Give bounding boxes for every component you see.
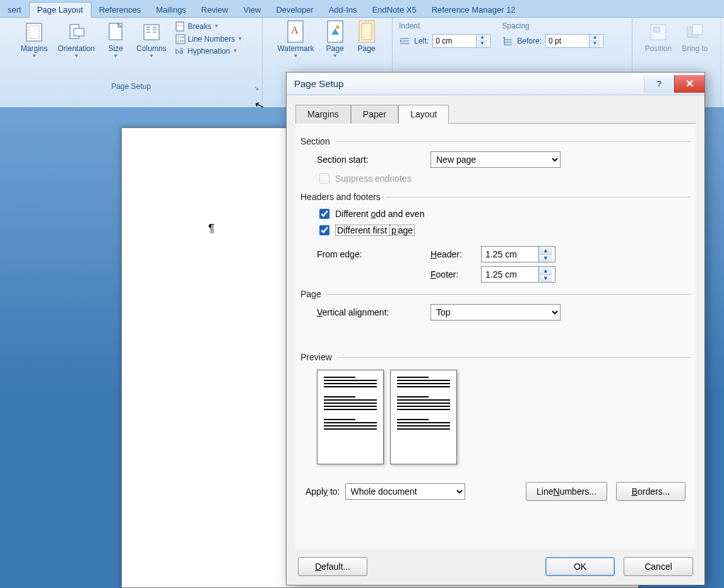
- columns-button[interactable]: Columns ▼: [133, 20, 170, 59]
- different-first-page-checkbox[interactable]: Different first page: [317, 223, 691, 237]
- spacing-before-spin[interactable]: ▲▼: [545, 34, 603, 48]
- header-distance-input[interactable]: [482, 247, 538, 262]
- orientation-button[interactable]: Orientation ▼: [54, 20, 99, 59]
- borders-button[interactable]: Borders...: [616, 482, 685, 501]
- from-edge-spacer: [317, 269, 424, 279]
- svg-rect-5: [144, 25, 159, 40]
- footer-distance-spin[interactable]: ▲▼: [481, 266, 555, 283]
- indent-left-spin[interactable]: ▲▼: [432, 34, 490, 48]
- suppress-endnotes-label: Suppress endnotes: [335, 173, 412, 184]
- dialog-title: Page Setup: [294, 78, 343, 89]
- line-numbers-icon: 12: [175, 34, 186, 44]
- spacing-before-label: Before:: [517, 37, 542, 45]
- header-dist-label: Header:: [430, 249, 475, 259]
- spin-down-icon[interactable]: ▼: [539, 255, 552, 262]
- preview-page-left: [317, 370, 384, 464]
- position-label: Position: [644, 44, 672, 53]
- breaks-label: Breaks: [188, 22, 211, 31]
- tab-page-layout[interactable]: Page Layout: [29, 2, 92, 18]
- svg-text:2: 2: [177, 39, 179, 43]
- different-odd-even-checkbox[interactable]: Different odd and even: [317, 207, 691, 221]
- preview-heading: Preview: [300, 352, 691, 362]
- dropdown-icon: ▼: [294, 54, 299, 58]
- tab-mailings[interactable]: Mailings: [148, 3, 194, 17]
- page-color-button[interactable]: Page ▼: [321, 20, 350, 59]
- tab-review[interactable]: Review: [194, 3, 236, 17]
- ribbon-tabstrip: sert Page Layout References Mailings Rev…: [0, 0, 724, 18]
- ok-button[interactable]: OK: [545, 557, 615, 576]
- spin-down-icon[interactable]: ▼: [539, 275, 552, 283]
- paragraph-mark: ¶: [208, 222, 215, 235]
- dialog-tabs: Margins Paper Layout: [287, 95, 704, 123]
- headers-footers-heading: Headers and footers: [300, 192, 691, 202]
- cancel-button[interactable]: Cancel: [624, 557, 693, 576]
- indent-left-input[interactable]: [433, 37, 476, 45]
- margins-icon: [23, 21, 45, 43]
- dialog-help-button[interactable]: ?: [644, 75, 674, 93]
- spin-up-icon[interactable]: ▲: [539, 267, 552, 275]
- indent-heading: Indent: [399, 21, 490, 30]
- page-color-icon: [324, 21, 346, 43]
- spin-up-icon[interactable]: ▲: [539, 247, 552, 255]
- different-odd-even-input[interactable]: [319, 209, 329, 219]
- columns-label: Columns: [136, 44, 166, 53]
- tab-reference-manager[interactable]: Reference Manager 12: [424, 3, 523, 17]
- orientation-icon: [66, 21, 87, 43]
- page-borders-button[interactable]: Page: [352, 20, 381, 54]
- dropdown-icon: ▼: [149, 54, 154, 58]
- hyphenation-icon: bȃ-: [175, 47, 185, 56]
- margins-button[interactable]: Margins ▼: [17, 20, 52, 59]
- size-button[interactable]: Size ▼: [101, 20, 130, 59]
- preview-area: [317, 370, 691, 464]
- position-button[interactable]: Position: [641, 20, 675, 54]
- spin-down-icon[interactable]: ▼: [477, 41, 487, 47]
- dropdown-icon: ▼: [237, 37, 242, 41]
- spacing-heading: Spacing: [502, 21, 603, 30]
- section-start-combo[interactable]: New page: [430, 151, 561, 168]
- tab-view[interactable]: View: [235, 3, 268, 17]
- page-heading: Page: [300, 289, 691, 299]
- dropdown-icon: ▼: [333, 54, 338, 58]
- dialog-tab-layout[interactable]: Layout: [398, 105, 449, 124]
- watermark-label: Watermark: [277, 44, 314, 53]
- dialog-close-button[interactable]: ✕: [674, 75, 704, 93]
- page-borders-icon: [356, 21, 377, 43]
- line-numbers-label: Line Numbers: [188, 35, 235, 44]
- watermark-icon: A: [285, 21, 306, 43]
- dialog-tab-paper[interactable]: Paper: [351, 105, 398, 124]
- spacing-before-input[interactable]: [546, 37, 589, 45]
- dialog-titlebar[interactable]: Page Setup ? ✕: [287, 73, 704, 95]
- svg-rect-12: [176, 22, 184, 31]
- suppress-endnotes-checkbox: Suppress endnotes: [317, 172, 691, 185]
- hyphenation-button[interactable]: bȃ- Hyphenation ▼: [175, 47, 238, 56]
- group-label-page-setup: Page Setup: [3, 81, 259, 93]
- bring-to-front-button[interactable]: Bring to: [678, 20, 711, 54]
- footer-dist-label: Footer:: [430, 269, 475, 279]
- from-edge-label: From edge:: [317, 249, 424, 259]
- vertical-alignment-combo[interactable]: Top: [430, 304, 561, 320]
- apply-to-combo[interactable]: Whole document: [345, 483, 465, 500]
- spin-down-icon[interactable]: ▼: [590, 41, 600, 47]
- tab-references[interactable]: References: [92, 3, 148, 17]
- tab-developer[interactable]: Developer: [268, 3, 321, 17]
- dialog-footer: Default... OK Cancel: [287, 550, 704, 585]
- tab-endnote[interactable]: EndNote X5: [365, 3, 424, 17]
- svg-text:A: A: [291, 25, 299, 35]
- group-page-setup: Margins ▼ Orientation ▼ Size ▼: [0, 18, 263, 107]
- default-button[interactable]: Default...: [298, 557, 367, 576]
- breaks-icon: [175, 21, 186, 32]
- line-numbers-button[interactable]: 12 Line Numbers ▼: [175, 34, 243, 44]
- tab-addins[interactable]: Add-Ins: [321, 3, 365, 17]
- section-heading: Section: [300, 136, 691, 146]
- page-setup-dialog-launcher[interactable]: ↘: [252, 85, 261, 93]
- header-distance-spin[interactable]: ▲▼: [481, 246, 555, 262]
- tab-insert[interactable]: sert: [0, 3, 29, 17]
- svg-rect-32: [653, 27, 660, 32]
- dialog-tab-margins[interactable]: Margins: [295, 105, 351, 124]
- footer-distance-input[interactable]: [482, 267, 538, 282]
- indent-left-icon: [399, 36, 410, 46]
- watermark-button[interactable]: A Watermark ▼: [273, 20, 317, 59]
- breaks-button[interactable]: Breaks ▼: [175, 21, 219, 32]
- different-first-page-input[interactable]: [319, 225, 329, 235]
- line-numbers-button[interactable]: Line Numbers...: [526, 482, 607, 501]
